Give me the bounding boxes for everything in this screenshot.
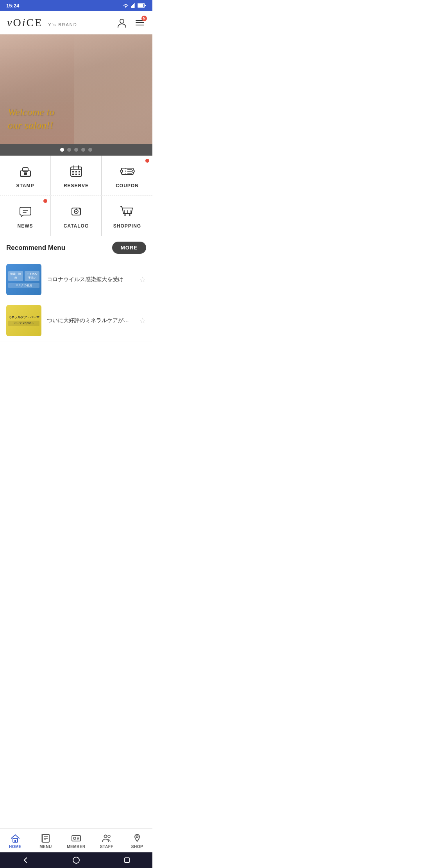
dot-1[interactable] [60,148,64,152]
more-button[interactable]: MORE [112,242,146,254]
recommend-title: Recommend Menu [6,244,65,252]
svg-point-41 [129,214,131,216]
map-pin-icon [132,833,142,843]
coupon-icon [119,163,136,180]
svg-point-59 [136,836,138,838]
shopping-icon [119,203,136,220]
svg-rect-22 [79,171,80,172]
nav-staff[interactable]: STAFF [95,833,118,849]
menu-grid-row1: STAMP RESERVE [0,156,152,196]
nav-member[interactable]: MEMBER [64,833,88,849]
news-icon [17,203,34,220]
status-bar: 15:24 [0,0,152,11]
bottom-nav: HOME MENU MEMBER [0,828,152,852]
news-thumb-1: 消毒・除菌 こまめな手洗い マスクの着用 [6,264,41,295]
star-button-2[interactable]: ☆ [139,316,146,325]
svg-rect-4 [134,3,135,8]
menu-shopping[interactable]: SHOPPING [102,196,152,236]
catalog-label: CATALOG [64,223,89,229]
svg-point-53 [73,837,76,839]
svg-point-27 [120,170,123,172]
menu-news[interactable]: NEWS [0,196,51,236]
menu-grid-row2: NEWS CATALOG SHOPP [0,196,152,236]
header-icons: N [116,17,145,28]
svg-point-57 [104,835,107,838]
news-item-1[interactable]: 消毒・除菌 こまめな手洗い マスクの着用 コロナウイルス感染拡大を受け ☆ [0,259,152,300]
profile-button[interactable] [116,17,127,28]
dot-5[interactable] [88,148,92,152]
status-icons [123,3,146,8]
svg-rect-24 [75,174,77,175]
shopping-label: SHOPPING [113,223,141,229]
menu-reserve[interactable]: RESERVE [51,156,102,195]
svg-point-8 [120,19,124,23]
nav-shop-label: SHOP [131,845,143,849]
stamp-label: STAMP [16,183,34,188]
dot-4[interactable] [81,148,85,152]
stamp-icon [17,163,34,180]
svg-point-60 [73,857,79,863]
back-button[interactable] [18,856,32,864]
svg-rect-23 [72,174,74,175]
header: vOiCE Y's BRAND N [0,11,152,34]
carousel-dots [0,144,152,156]
hero-welcome-line1: Welcome to [8,106,55,119]
svg-rect-1 [131,6,132,8]
mineral-thumb-image: ミネラルケア・パーマ パーマ ¥2,000〜 [6,305,41,336]
android-nav [0,852,152,868]
coupon-label: COUPON [116,183,139,188]
menu-button[interactable]: N [134,17,145,28]
news-label: NEWS [18,223,33,229]
svg-rect-3 [133,4,134,8]
hero-welcome-line2: our salon!! [8,119,55,132]
book-icon [41,833,51,843]
hero-banner: Welcome to our salon!! [0,34,152,144]
svg-rect-2 [132,5,133,8]
news-list: 消毒・除菌 こまめな手洗い マスクの着用 コロナウイルス感染拡大を受け ☆ ミネ… [0,259,152,341]
svg-rect-20 [72,171,74,172]
svg-point-58 [108,835,110,838]
svg-point-28 [132,170,134,172]
dot-2[interactable] [67,148,71,152]
time: 15:24 [6,3,19,9]
svg-rect-25 [79,174,80,175]
svg-rect-15 [24,172,27,175]
svg-point-0 [125,7,126,8]
svg-rect-21 [75,171,77,172]
nav-home[interactable]: HOME [4,833,27,849]
svg-rect-7 [145,5,146,6]
home-button[interactable] [69,856,83,864]
people-icon [102,833,112,843]
nav-home-label: HOME [9,845,21,849]
logo: vOiCE Y's BRAND [7,16,77,29]
menu-coupon[interactable]: COUPON [102,156,152,195]
nav-menu-label: MENU [39,845,52,849]
reserve-label: RESERVE [64,183,89,188]
corona-thumb-image: 消毒・除菌 こまめな手洗い マスクの着用 [6,264,41,295]
news-text-2: ついに大好評のミネラルケアが… [47,317,134,324]
menu-catalog[interactable]: CATALOG [51,196,102,236]
battery-icon [138,3,146,8]
news-item-2[interactable]: ミネラルケア・パーマ パーマ ¥2,000〜 ついに大好評のミネラルケアが… ☆ [0,300,152,341]
recents-button[interactable] [120,856,134,864]
nav-menu[interactable]: MENU [34,833,57,849]
dot-3[interactable] [74,148,78,152]
signal-icon [131,3,136,8]
svg-rect-61 [125,858,129,863]
svg-point-37 [75,211,77,212]
nav-member-label: MEMBER [67,845,85,849]
id-card-icon [71,833,81,843]
svg-point-39 [79,208,80,210]
star-button-1[interactable]: ☆ [139,275,146,284]
news-notification-dot [43,199,47,203]
profile-icon [116,17,127,28]
catalog-icon [68,203,85,220]
coupon-notification-dot [145,159,149,163]
notification-badge: N [141,16,147,21]
wifi-icon [123,3,129,8]
home-icon [10,833,20,843]
menu-stamp[interactable]: STAMP [0,156,51,195]
news-text-1: コロナウイルス感染拡大を受け [47,276,134,283]
nav-shop[interactable]: SHOP [125,833,149,849]
svg-point-40 [124,214,126,216]
